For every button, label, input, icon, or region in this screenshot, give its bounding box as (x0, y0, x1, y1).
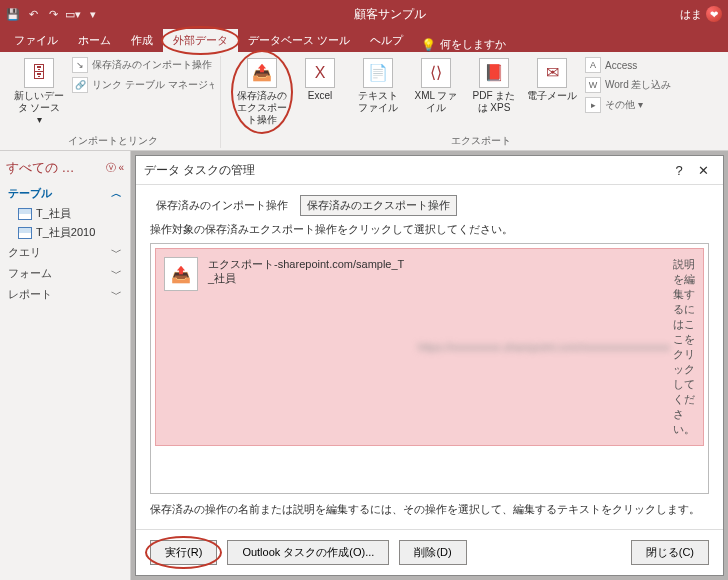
chevron-down-icon: ﹀ (111, 287, 122, 302)
dialog-title: データ タスクの管理 (144, 162, 255, 179)
delete-button[interactable]: 削除(D) (399, 540, 466, 565)
saved-imports-button[interactable]: ↘保存済みのインポート操作 (70, 56, 214, 74)
tell-me-label: 何をしますか (440, 37, 506, 52)
group-import-label: インポートとリンク (68, 134, 158, 148)
user-area[interactable]: はま ❤ (680, 6, 722, 22)
outlook-task-button[interactable]: Outlook タスクの作成(O)... (227, 540, 389, 565)
email-icon: ✉ (537, 58, 567, 88)
folder-icon[interactable]: ▭▾ (66, 7, 80, 21)
tell-me[interactable]: 💡 何をしますか (421, 37, 506, 52)
export-word-button[interactable]: WWord 差し込み (583, 76, 727, 94)
saved-exports-label: 保存済みの エクスポート操作 (237, 90, 287, 126)
navigation-pane: すべての … ⓥ « テーブル︿ T_社員 T_社員2010 クエリ﹀ フォーム… (0, 151, 131, 580)
content-area: データ タスクの管理 ? ✕ 保存済みのインポート操作 保存済みのエクスポート操… (131, 151, 728, 580)
nav-item-table-2[interactable]: T_社員2010 (4, 223, 126, 242)
save-icon[interactable]: 💾 (6, 7, 20, 21)
ribbon-tabs: ファイル ホーム 作成 外部データ データベース ツール ヘルプ 💡 何をします… (0, 28, 728, 52)
export-text-button[interactable]: 📄テキスト ファイル (351, 56, 405, 132)
saved-exports-button[interactable]: 📤 保存済みの エクスポート操作 (235, 56, 289, 132)
nav-section-tables[interactable]: テーブル︿ (4, 183, 126, 204)
dialog-titlebar: データ タスクの管理 ? ✕ (136, 156, 723, 185)
link-icon: 🔗 (72, 77, 88, 93)
nav-section-queries[interactable]: クエリ﹀ (4, 242, 126, 263)
table-icon (18, 208, 32, 220)
dialog-buttons: 実行(R) Outlook タスクの作成(O)... 削除(D) 閉じる(C) (136, 529, 723, 575)
tab-db-tools[interactable]: データベース ツール (238, 29, 360, 52)
import-icon: ↘ (72, 57, 88, 73)
undo-icon[interactable]: ↶ (26, 7, 40, 21)
xml-icon: ⟨⟩ (421, 58, 451, 88)
dialog-instruction: 操作対象の保存済みエクスポート操作をクリックして選択してください。 (150, 222, 709, 237)
run-button[interactable]: 実行(R) (150, 540, 217, 565)
user-name: はま (680, 7, 702, 22)
export-more-button[interactable]: ▸その他 ▾ (583, 96, 727, 114)
export-saved-icon: 📤 (247, 58, 277, 88)
dialog-footnote: 保存済みの操作の名前または説明を編集するには、その操作を選択して、編集するテキス… (150, 500, 709, 519)
group-export-label: エクスポート (451, 134, 511, 148)
close-dialog-button[interactable]: 閉じる(C) (631, 540, 709, 565)
blurred-path: https://xxxxxxxxx.sharepoint.com/xxxxxxx… (418, 341, 670, 353)
bulb-icon: 💡 (421, 38, 436, 52)
chevron-up-icon: ︿ (111, 186, 122, 201)
word-icon: W (585, 77, 601, 93)
manage-data-tasks-dialog: データ タスクの管理 ? ✕ 保存済みのインポート操作 保存済みのエクスポート操… (135, 155, 724, 576)
excel-icon: X (305, 58, 335, 88)
group-export: 📤 保存済みの エクスポート操作 XExcel 📄テキスト ファイル ⟨⟩XML… (229, 56, 728, 148)
help-button[interactable]: ? (667, 163, 691, 178)
tab-create[interactable]: 作成 (121, 29, 163, 52)
qat-customize-icon[interactable]: ▾ (86, 7, 100, 21)
tab-saved-imports[interactable]: 保存済みのインポート操作 (150, 196, 294, 215)
chevron-down-icon: ﹀ (111, 266, 122, 281)
tab-help[interactable]: ヘルプ (360, 29, 413, 52)
export-xml-button[interactable]: ⟨⟩XML ファイル (409, 56, 463, 132)
tab-file[interactable]: ファイル (4, 29, 68, 52)
more-icon: ▸ (585, 97, 601, 113)
text-icon: 📄 (363, 58, 393, 88)
nav-title[interactable]: すべての … ⓥ « (4, 157, 126, 179)
list-item-desc[interactable]: https://xxxxxxxxx.sharepoint.com/xxxxxxx… (418, 257, 695, 437)
title-bar: 💾 ↶ ↷ ▭▾ ▾ 顧客サンプル はま ❤ (0, 0, 728, 28)
nav-section-forms[interactable]: フォーム﹀ (4, 263, 126, 284)
access-icon: A (585, 57, 601, 73)
export-access-button[interactable]: AAccess (583, 56, 727, 74)
table-icon (18, 227, 32, 239)
tab-external-data[interactable]: 外部データ (163, 29, 238, 52)
tab-home[interactable]: ホーム (68, 29, 121, 52)
redo-icon[interactable]: ↷ (46, 7, 60, 21)
export-email-button[interactable]: ✉電子メール (525, 56, 579, 132)
dialog-tabs: 保存済みのインポート操作 保存済みのエクスポート操作 (150, 195, 709, 216)
linked-table-mgr-button[interactable]: 🔗リンク テーブル マネージャー (70, 76, 214, 94)
export-pdf-button[interactable]: 📕PDF または XPS (467, 56, 521, 132)
group-import-link: 🗄 新しいデータ ソース ▾ ↘保存済みのインポート操作 🔗リンク テーブル マ… (6, 56, 221, 148)
list-item[interactable]: 📤 エクスポート-sharepoint.com/sample_T_社員 http… (155, 248, 704, 446)
export-excel-button[interactable]: XExcel (293, 56, 347, 132)
nav-section-reports[interactable]: レポート﹀ (4, 284, 126, 305)
ribbon: 🗄 新しいデータ ソース ▾ ↘保存済みのインポート操作 🔗リンク テーブル マ… (0, 52, 728, 151)
export-item-icon: 📤 (164, 257, 198, 291)
nav-collapse-icon[interactable]: ⓥ « (106, 161, 124, 175)
chevron-down-icon: ﹀ (111, 245, 122, 260)
tab-saved-exports[interactable]: 保存済みのエクスポート操作 (300, 195, 457, 216)
new-datasource-button[interactable]: 🗄 新しいデータ ソース ▾ (12, 56, 66, 132)
user-avatar-icon: ❤ (706, 6, 722, 22)
pdf-icon: 📕 (479, 58, 509, 88)
nav-item-table-1[interactable]: T_社員 (4, 204, 126, 223)
close-button[interactable]: ✕ (691, 163, 715, 178)
saved-ops-list[interactable]: 📤 エクスポート-sharepoint.com/sample_T_社員 http… (150, 243, 709, 494)
quick-access-toolbar: 💾 ↶ ↷ ▭▾ ▾ (6, 7, 100, 21)
datasource-icon: 🗄 (24, 58, 54, 88)
window-title: 顧客サンプル (106, 6, 674, 23)
list-item-name: エクスポート-sharepoint.com/sample_T_社員 (208, 257, 408, 437)
new-datasource-label: 新しいデータ ソース ▾ (14, 90, 64, 126)
